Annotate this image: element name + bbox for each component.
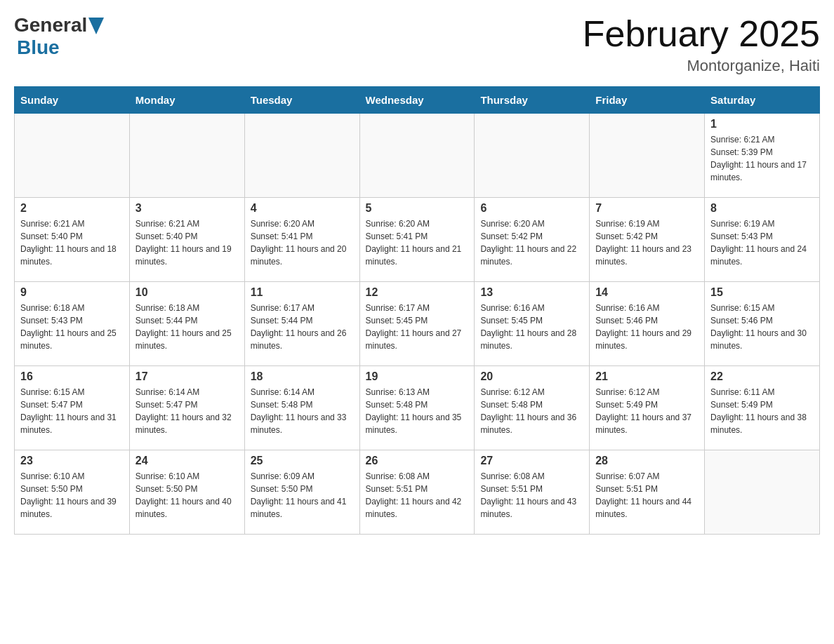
day-info: Sunrise: 6:09 AMSunset: 5:50 PMDaylight:… [251, 470, 354, 521]
day-info: Sunrise: 6:10 AMSunset: 5:50 PMDaylight:… [20, 470, 124, 521]
day-number: 28 [595, 455, 699, 467]
day-number: 1 [710, 118, 814, 130]
calendar-table: SundayMondayTuesdayWednesdayThursdayFrid… [14, 86, 820, 535]
calendar-day-cell: 16Sunrise: 6:15 AMSunset: 5:47 PMDayligh… [15, 366, 130, 450]
day-info: Sunrise: 6:19 AMSunset: 5:43 PMDaylight:… [710, 217, 814, 268]
weekday-header-sunday: Sunday [15, 87, 130, 114]
day-info: Sunrise: 6:10 AMSunset: 5:50 PMDaylight:… [135, 470, 239, 521]
calendar-day-cell [705, 450, 820, 535]
title-section: February 2025 Montorganize, Haiti [583, 14, 820, 75]
calendar-day-cell: 22Sunrise: 6:11 AMSunset: 5:49 PMDayligh… [705, 366, 820, 450]
day-info: Sunrise: 6:12 AMSunset: 5:48 PMDaylight:… [480, 386, 583, 436]
day-number: 23 [20, 455, 124, 467]
day-info: Sunrise: 6:20 AMSunset: 5:41 PMDaylight:… [251, 217, 354, 268]
day-number: 18 [251, 370, 354, 383]
calendar-day-cell [244, 114, 359, 198]
day-info: Sunrise: 6:19 AMSunset: 5:42 PMDaylight:… [595, 217, 699, 268]
calendar-week-row: 2Sunrise: 6:21 AMSunset: 5:40 PMDaylight… [15, 198, 820, 282]
day-info: Sunrise: 6:21 AMSunset: 5:39 PMDaylight:… [710, 133, 814, 184]
logo-blue-text: Blue [17, 36, 60, 59]
day-number: 25 [251, 455, 354, 467]
day-number: 24 [135, 455, 239, 467]
day-info: Sunrise: 6:21 AMSunset: 5:40 PMDaylight:… [20, 217, 124, 268]
day-number: 3 [135, 202, 239, 215]
weekday-header-row: SundayMondayTuesdayWednesdayThursdayFrid… [15, 87, 820, 114]
weekday-header-monday: Monday [129, 87, 244, 114]
day-number: 13 [480, 286, 583, 299]
day-number: 9 [20, 286, 124, 299]
day-info: Sunrise: 6:17 AMSunset: 5:44 PMDaylight:… [251, 302, 354, 352]
calendar-day-cell [359, 114, 475, 198]
logo: General Blue [14, 14, 104, 59]
calendar-day-cell: 12Sunrise: 6:17 AMSunset: 5:45 PMDayligh… [359, 282, 475, 366]
calendar-day-cell: 13Sunrise: 6:16 AMSunset: 5:45 PMDayligh… [475, 282, 590, 366]
day-info: Sunrise: 6:20 AMSunset: 5:41 PMDaylight:… [366, 217, 469, 268]
calendar-day-cell: 23Sunrise: 6:10 AMSunset: 5:50 PMDayligh… [15, 450, 130, 535]
calendar-day-cell: 5Sunrise: 6:20 AMSunset: 5:41 PMDaylight… [359, 198, 475, 282]
day-info: Sunrise: 6:08 AMSunset: 5:51 PMDaylight:… [366, 470, 469, 521]
weekday-header-friday: Friday [590, 87, 705, 114]
calendar-day-cell: 9Sunrise: 6:18 AMSunset: 5:43 PMDaylight… [15, 282, 130, 366]
calendar-day-cell: 15Sunrise: 6:15 AMSunset: 5:46 PMDayligh… [705, 282, 820, 366]
calendar-day-cell: 10Sunrise: 6:18 AMSunset: 5:44 PMDayligh… [129, 282, 244, 366]
calendar-week-row: 1Sunrise: 6:21 AMSunset: 5:39 PMDaylight… [15, 114, 820, 198]
day-info: Sunrise: 6:17 AMSunset: 5:45 PMDaylight:… [366, 302, 469, 352]
day-number: 21 [595, 370, 699, 383]
day-info: Sunrise: 6:12 AMSunset: 5:49 PMDaylight:… [595, 386, 699, 436]
calendar-day-cell: 4Sunrise: 6:20 AMSunset: 5:41 PMDaylight… [244, 198, 359, 282]
calendar-day-cell: 11Sunrise: 6:17 AMSunset: 5:44 PMDayligh… [244, 282, 359, 366]
day-info: Sunrise: 6:14 AMSunset: 5:47 PMDaylight:… [135, 386, 239, 436]
day-number: 20 [480, 370, 583, 383]
day-number: 16 [20, 370, 124, 383]
logo-arrow-icon [88, 18, 104, 34]
day-number: 19 [366, 370, 469, 383]
svg-marker-0 [88, 18, 104, 34]
calendar-week-row: 23Sunrise: 6:10 AMSunset: 5:50 PMDayligh… [15, 450, 820, 535]
day-info: Sunrise: 6:16 AMSunset: 5:45 PMDaylight:… [480, 302, 583, 352]
day-number: 15 [710, 286, 814, 299]
day-info: Sunrise: 6:13 AMSunset: 5:48 PMDaylight:… [366, 386, 469, 436]
day-info: Sunrise: 6:15 AMSunset: 5:47 PMDaylight:… [20, 386, 124, 436]
calendar-week-row: 9Sunrise: 6:18 AMSunset: 5:43 PMDaylight… [15, 282, 820, 366]
calendar-day-cell: 18Sunrise: 6:14 AMSunset: 5:48 PMDayligh… [244, 366, 359, 450]
day-number: 8 [710, 202, 814, 215]
day-number: 5 [366, 202, 469, 215]
calendar-day-cell [475, 114, 590, 198]
calendar-day-cell: 27Sunrise: 6:08 AMSunset: 5:51 PMDayligh… [475, 450, 590, 535]
calendar-day-cell: 24Sunrise: 6:10 AMSunset: 5:50 PMDayligh… [129, 450, 244, 535]
day-number: 2 [20, 202, 124, 215]
logo-general-text: General [14, 14, 87, 36]
day-info: Sunrise: 6:18 AMSunset: 5:44 PMDaylight:… [135, 302, 239, 352]
calendar-day-cell: 17Sunrise: 6:14 AMSunset: 5:47 PMDayligh… [129, 366, 244, 450]
page-header: General Blue February 2025 Montorganize,… [14, 14, 820, 75]
day-number: 17 [135, 370, 239, 383]
calendar-day-cell: 8Sunrise: 6:19 AMSunset: 5:43 PMDaylight… [705, 198, 820, 282]
day-number: 11 [251, 286, 354, 299]
calendar-day-cell [15, 114, 130, 198]
day-info: Sunrise: 6:11 AMSunset: 5:49 PMDaylight:… [710, 386, 814, 436]
weekday-header-saturday: Saturday [705, 87, 820, 114]
calendar-day-cell: 19Sunrise: 6:13 AMSunset: 5:48 PMDayligh… [359, 366, 475, 450]
calendar-day-cell: 26Sunrise: 6:08 AMSunset: 5:51 PMDayligh… [359, 450, 475, 535]
calendar-day-cell: 1Sunrise: 6:21 AMSunset: 5:39 PMDaylight… [705, 114, 820, 198]
weekday-header-thursday: Thursday [475, 87, 590, 114]
calendar-day-cell: 7Sunrise: 6:19 AMSunset: 5:42 PMDaylight… [590, 198, 705, 282]
weekday-header-wednesday: Wednesday [359, 87, 475, 114]
day-number: 6 [480, 202, 583, 215]
calendar-day-cell: 2Sunrise: 6:21 AMSunset: 5:40 PMDaylight… [15, 198, 130, 282]
day-info: Sunrise: 6:20 AMSunset: 5:42 PMDaylight:… [480, 217, 583, 268]
day-number: 4 [251, 202, 354, 215]
calendar-day-cell: 28Sunrise: 6:07 AMSunset: 5:51 PMDayligh… [590, 450, 705, 535]
day-info: Sunrise: 6:21 AMSunset: 5:40 PMDaylight:… [135, 217, 239, 268]
month-title: February 2025 [583, 14, 820, 54]
calendar-day-cell: 6Sunrise: 6:20 AMSunset: 5:42 PMDaylight… [475, 198, 590, 282]
day-number: 27 [480, 455, 583, 467]
calendar-day-cell: 25Sunrise: 6:09 AMSunset: 5:50 PMDayligh… [244, 450, 359, 535]
day-number: 7 [595, 202, 699, 215]
day-number: 22 [710, 370, 814, 383]
day-info: Sunrise: 6:18 AMSunset: 5:43 PMDaylight:… [20, 302, 124, 352]
calendar-week-row: 16Sunrise: 6:15 AMSunset: 5:47 PMDayligh… [15, 366, 820, 450]
weekday-header-tuesday: Tuesday [244, 87, 359, 114]
calendar-day-cell: 3Sunrise: 6:21 AMSunset: 5:40 PMDaylight… [129, 198, 244, 282]
day-number: 14 [595, 286, 699, 299]
